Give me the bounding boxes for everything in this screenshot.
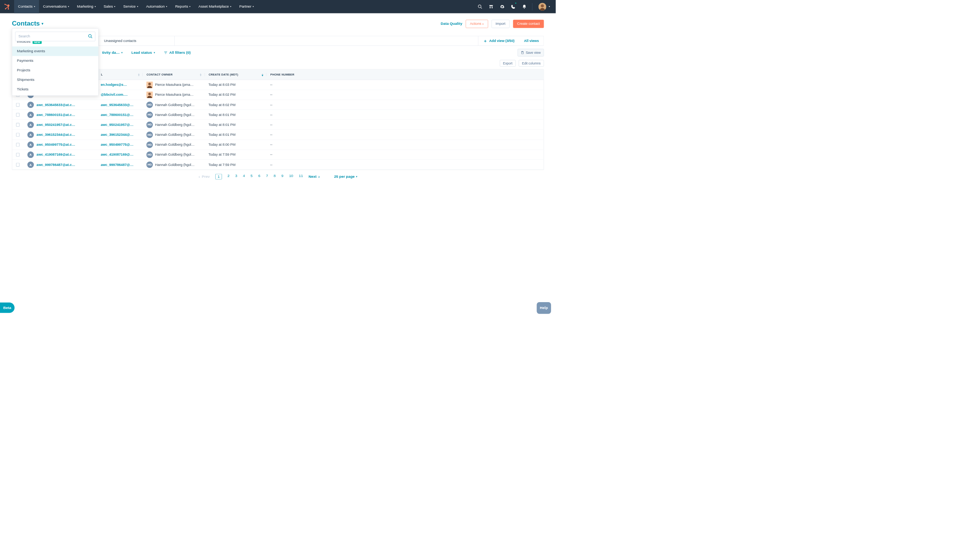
page-3[interactable]: 3 (235, 174, 237, 180)
page-11[interactable]: 11 (299, 174, 303, 180)
nav-item-sales[interactable]: Sales▾ (100, 0, 119, 13)
create-date: Today at 8:03 PM (205, 83, 266, 87)
owner-avatar: HG (146, 142, 153, 148)
contact-name-link[interactable]: awc_950499775@at.c… (37, 143, 75, 147)
actions-button[interactable]: Actions▾ (466, 20, 488, 28)
caret-down-icon: ▾ (34, 5, 35, 8)
page-title-dropdown[interactable]: Contacts ▾ (12, 20, 43, 27)
svg-rect-9 (522, 52, 523, 52)
nav-item-contacts[interactable]: Contacts▾ (14, 0, 39, 13)
per-page-select[interactable]: 25 per page▾ (334, 174, 357, 178)
calling-icon[interactable] (508, 0, 518, 13)
row-checkbox[interactable] (12, 123, 23, 127)
page-9[interactable]: 9 (281, 174, 283, 180)
nav-item-service[interactable]: Service▾ (119, 0, 142, 13)
contact-name-link[interactable]: awc_950241957@at.c… (37, 123, 75, 127)
filter-lead-status[interactable]: Lead status▾ (131, 50, 155, 55)
phone-number: -- (266, 123, 543, 127)
pager-next[interactable]: Next› (309, 174, 320, 179)
dropdown-item-marketing-events[interactable]: Marketing events (12, 47, 99, 56)
caret-down-icon: ▾ (154, 51, 155, 54)
save-view-button[interactable]: Save view (518, 49, 544, 57)
help-button[interactable]: Help (536, 302, 551, 314)
page-10[interactable]: 10 (289, 174, 293, 180)
svg-point-0 (7, 4, 9, 6)
marketplace-icon[interactable] (486, 0, 496, 13)
contact-avatar: A (27, 131, 34, 138)
create-contact-button[interactable]: Create contact (513, 20, 544, 28)
all-views-link[interactable]: All views (519, 36, 544, 45)
dropdown-item-payments[interactable]: Payments (12, 56, 99, 66)
contact-name-link[interactable]: awc_396152344@at.c… (37, 133, 75, 137)
contact-name-link[interactable]: awc_999786487@at.c… (37, 163, 75, 166)
dropdown-search-input[interactable] (15, 32, 95, 41)
sort-icon: ▴▾ (200, 73, 202, 76)
contact-email-link[interactable]: @bbcivil.com.… (101, 93, 128, 97)
contact-name-link[interactable]: awc_419087169@at.c… (37, 153, 75, 157)
row-checkbox[interactable] (12, 113, 23, 117)
contact-email-link[interactable]: awc_999786487@… (101, 163, 134, 166)
page-7[interactable]: 7 (266, 174, 268, 180)
logo[interactable] (0, 0, 14, 13)
edit-columns-button[interactable]: Edit columns (519, 60, 544, 67)
row-checkbox[interactable] (12, 163, 23, 166)
col-email[interactable]: L▴▾ (97, 73, 142, 76)
beta-button[interactable]: Beta (0, 303, 15, 313)
caret-down-icon: ▾ (356, 175, 357, 178)
contact-email-link[interactable]: awc_950499775@… (101, 143, 134, 147)
page-5[interactable]: 5 (251, 174, 253, 180)
nav-item-asset-marketplace[interactable]: Asset Marketplace▾ (195, 0, 235, 13)
pager-prev[interactable]: ‹Prev (199, 174, 209, 179)
contact-email-link[interactable]: awc_953645633@… (101, 103, 134, 107)
page-1[interactable]: 1 (215, 174, 222, 180)
add-view-button[interactable]: ＋Add view (3/50) (478, 36, 519, 45)
svg-point-2 (8, 8, 9, 10)
view-tab-unassigned[interactable]: Unassigned contacts (99, 36, 175, 45)
dropdown-item-tickets[interactable]: Tickets (12, 85, 99, 94)
caret-down-icon: ▾ (253, 5, 254, 8)
notifications-icon[interactable] (519, 0, 529, 13)
contact-name-link[interactable]: awc_788600151@at.c… (37, 113, 75, 117)
contact-name-link[interactable]: awc_953645633@at.c… (37, 103, 75, 107)
contact-email-link[interactable]: en.hodges@s… (101, 83, 127, 87)
nav-item-conversations[interactable]: Conversations▾ (39, 0, 73, 13)
contact-email-link[interactable]: awc_396152344@… (101, 133, 134, 137)
col-owner[interactable]: CONTACT OWNER▴▾ (142, 73, 205, 76)
svg-point-8 (541, 4, 544, 7)
row-checkbox[interactable] (12, 103, 23, 107)
filter-activity[interactable]: tivity da…▾ (102, 50, 122, 55)
data-quality-link[interactable]: Data Quality (441, 22, 462, 26)
page-4[interactable]: 4 (243, 174, 245, 180)
row-checkbox[interactable] (12, 133, 23, 137)
user-avatar[interactable] (538, 3, 546, 10)
page-2[interactable]: 2 (227, 174, 229, 180)
avatar-caret-icon[interactable]: ▾ (549, 5, 550, 8)
caret-down-icon: ▾ (95, 5, 96, 8)
owner-avatar: HG (146, 162, 153, 168)
col-create-date[interactable]: CREATE DATE (MDT)▴▾ (205, 73, 266, 76)
row-checkbox[interactable] (12, 153, 23, 157)
nav-item-automation[interactable]: Automation▾ (142, 0, 171, 13)
page-6[interactable]: 6 (258, 174, 260, 180)
dropdown-item-shipments[interactable]: Shipments (12, 75, 99, 85)
contact-avatar: A (27, 112, 34, 118)
dropdown-item-invoices[interactable]: Invoices NEW (12, 41, 99, 47)
nav-item-reports[interactable]: Reports▾ (171, 0, 195, 13)
page-8[interactable]: 8 (274, 174, 276, 180)
sort-icon: ▴▾ (138, 73, 140, 76)
export-button[interactable]: Export (499, 60, 516, 67)
nav-item-marketing[interactable]: Marketing▾ (73, 0, 100, 13)
nav-item-partner[interactable]: Partner▾ (235, 0, 258, 13)
create-date: Today at 8:01 PM (205, 123, 266, 127)
row-checkbox[interactable] (12, 143, 23, 147)
contact-email-link[interactable]: awc_419087169@… (101, 153, 134, 157)
contact-email-link[interactable]: awc_950241957@… (101, 123, 134, 127)
owner-avatar: HG (146, 152, 153, 158)
contact-email-link[interactable]: awc_788600151@… (101, 113, 134, 117)
search-icon[interactable] (475, 0, 485, 13)
import-button[interactable]: Import (491, 20, 509, 28)
dropdown-item-projects[interactable]: Projects (12, 66, 99, 75)
all-filters-button[interactable]: All filters (0) (164, 50, 191, 55)
col-phone[interactable]: PHONE NUMBER (266, 73, 543, 76)
settings-icon[interactable] (497, 0, 507, 13)
